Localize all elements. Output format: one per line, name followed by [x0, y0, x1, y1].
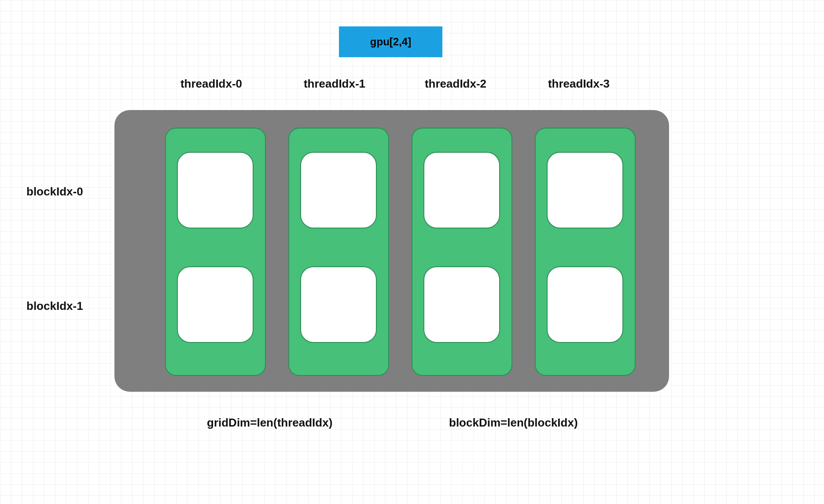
cell-block0-thread0 [177, 152, 254, 228]
cell-block0-thread1 [300, 152, 377, 228]
cell-block1-thread0 [177, 266, 254, 343]
block-label-0: blockIdx-0 [26, 185, 106, 199]
thread-header-3: threadIdx-3 [535, 77, 623, 91]
thread-header-2: threadIdx-2 [412, 77, 500, 91]
block-label-1: blockIdx-1 [26, 299, 106, 313]
cell-block0-thread2 [423, 152, 500, 228]
thread-header-0: threadIdx-0 [167, 77, 255, 91]
cell-block1-thread1 [300, 266, 377, 343]
cell-block0-thread3 [547, 152, 623, 228]
cell-block1-thread3 [547, 266, 623, 343]
bottom-label-blockdim: blockDim=len(blockIdx) [449, 416, 578, 430]
bottom-label-griddim: gridDim=len(threadIdx) [207, 416, 332, 430]
cell-block1-thread2 [423, 266, 500, 343]
thread-header-1: threadIdx-1 [291, 77, 379, 91]
diagram-canvas: gpu[2,4] threadIdx-0 threadIdx-1 threadI… [0, 0, 824, 504]
gpu-title-badge: gpu[2,4] [339, 26, 442, 57]
gpu-title-text: gpu[2,4] [370, 36, 411, 48]
